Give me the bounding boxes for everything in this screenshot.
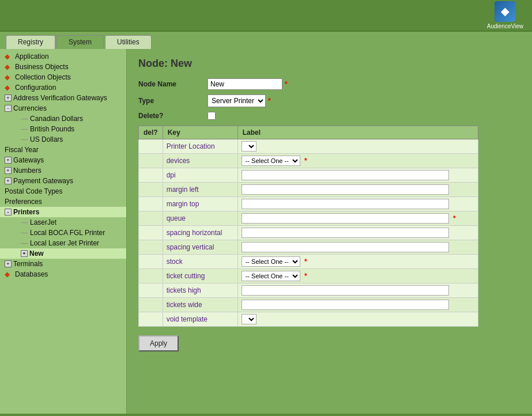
sidebar: ◆ Application ◆ Business Objects ◆ Colle… [0,49,127,414]
dash-icon-3: — [21,135,28,143]
devices-required: * [304,157,307,165]
sidebar-item-business-objects[interactable]: ◆ Business Objects [0,62,126,72]
sidebar-item-us-dollars[interactable]: — US Dollars [0,134,126,145]
sidebar-item-laserjet[interactable]: — LaserJet [0,217,126,228]
sidebar-item-canadian-dollars[interactable]: — Canadian Dollars [0,114,126,124]
margin-left-input[interactable] [242,184,449,195]
tab-registry[interactable]: Registry [6,35,55,49]
margin-top-input[interactable] [242,199,449,209]
properties-table: del? Key Label Printer Location devices [138,126,478,327]
dash-icon-4: — [21,218,28,226]
bo-icon: ◆ [5,63,13,71]
apply-button[interactable]: Apply [138,335,179,351]
dash-icon-6: — [21,239,28,247]
dash-icon-2: — [21,125,28,133]
del-cell [139,269,163,283]
sidebar-item-local-laser[interactable]: — Local Laser Jet Printer [0,238,126,248]
key-margin-left: margin left [167,186,199,194]
expand-icon-gateways[interactable]: + [5,157,12,164]
node-name-label: Node Name [138,80,207,88]
type-select[interactable]: Server Printer [207,94,266,107]
tab-system[interactable]: System [56,35,104,49]
stock-select[interactable]: -- Select One -- [242,256,300,267]
printer-location-dropdown[interactable] [242,141,256,152]
key-printer-location: Printer Location [167,142,215,150]
del-cell [139,197,163,211]
key-stock: stock [167,258,183,266]
sidebar-item-payment-gateways[interactable]: + Payment Gateways [0,176,126,186]
expand-icon-currencies[interactable]: - [5,105,12,112]
queue-required: * [453,214,456,222]
devices-select[interactable]: -- Select One -- [242,156,300,166]
del-cell [139,183,163,197]
expand-icon-address[interactable]: + [5,94,12,101]
sidebar-item-preferences[interactable]: Preferences [0,196,126,207]
main-layout: ◆ Application ◆ Business Objects ◆ Colle… [0,49,532,414]
key-dpi: dpi [167,171,176,179]
node-name-row: Node Name * [138,78,520,90]
del-cell [139,168,163,183]
queue-input[interactable] [242,213,449,224]
node-name-input[interactable] [207,78,282,90]
sidebar-item-collection-objects[interactable]: ◆ Collection Objects [0,72,126,82]
table-row: queue * [139,211,478,226]
header: ◆ AudienceView [0,0,532,32]
ticket-cutting-select[interactable]: -- Select One -- [242,271,300,281]
del-cell [139,139,163,154]
key-tickets-high: tickets high [167,286,201,294]
delete-row: Delete? [138,112,520,120]
sidebar-item-databases[interactable]: ◆ Databases [0,269,126,279]
spacing-vertical-input[interactable] [242,242,449,252]
tickets-high-input[interactable] [242,285,449,296]
key-margin-top: margin top [167,200,199,208]
type-required: * [268,97,271,105]
expand-icon-payment[interactable]: + [5,177,12,184]
co-icon: ◆ [5,73,13,81]
del-cell [139,226,163,240]
sidebar-item-terminals[interactable]: + Terminals [0,259,126,269]
sidebar-item-postal-code-types[interactable]: Postal Code Types [0,186,126,196]
nav-tabs: Registry System Utilities [0,32,532,49]
stock-required: * [304,258,307,266]
expand-icon-new[interactable]: + [21,250,28,257]
delete-label: Delete? [138,112,207,120]
col-label: Label [237,126,478,139]
spacing-horizontal-input[interactable] [242,228,449,238]
logo-text: AudienceView [487,23,523,29]
node-name-required: * [285,80,288,88]
sidebar-item-british-pounds[interactable]: — British Pounds [0,124,126,134]
delete-checkbox[interactable] [207,112,216,120]
expand-icon-terminals[interactable]: + [5,260,12,267]
expand-icon-numbers[interactable]: + [5,167,12,174]
sidebar-item-local-boca[interactable]: — Local BOCA FGL Printer [0,228,126,238]
table-row: stock -- Select One -- * [139,255,478,269]
sidebar-item-printers[interactable]: - Printers [0,207,126,217]
void-template-dropdown[interactable] [242,314,256,324]
del-cell [139,312,163,327]
ticket-cutting-required: * [304,272,307,280]
sidebar-item-gateways[interactable]: + Gateways [0,155,126,165]
table-row: ticket cutting -- Select One -- * [139,269,478,283]
table-row: devices -- Select One -- * [139,154,478,168]
sidebar-item-fiscal-year[interactable]: Fiscal Year [0,145,126,155]
del-cell [139,211,163,226]
del-cell [139,283,163,298]
sidebar-item-configuration[interactable]: ◆ Configuration [0,82,126,93]
sidebar-item-numbers[interactable]: + Numbers [0,165,126,176]
dash-icon-5: — [21,229,28,237]
dpi-input[interactable] [242,170,449,180]
config-icon: ◆ [5,84,13,92]
key-devices: devices [167,157,190,165]
expand-icon-printers[interactable]: - [5,209,12,215]
col-del: del? [139,126,163,139]
tab-utilities[interactable]: Utilities [105,35,152,49]
sidebar-item-address-verification[interactable]: + Address Verification Gateways [0,93,126,103]
table-row: margin top [139,197,478,211]
sidebar-item-application[interactable]: ◆ Application [0,51,126,62]
sidebar-item-currencies[interactable]: - Currencies [0,103,126,114]
tickets-wide-input[interactable] [242,300,449,310]
content-area: Node: New Node Name * Type Server Printe… [127,49,532,414]
logo-icon: ◆ [495,1,515,22]
sidebar-item-new[interactable]: + New [0,248,126,259]
key-void-template: void template [167,315,207,323]
